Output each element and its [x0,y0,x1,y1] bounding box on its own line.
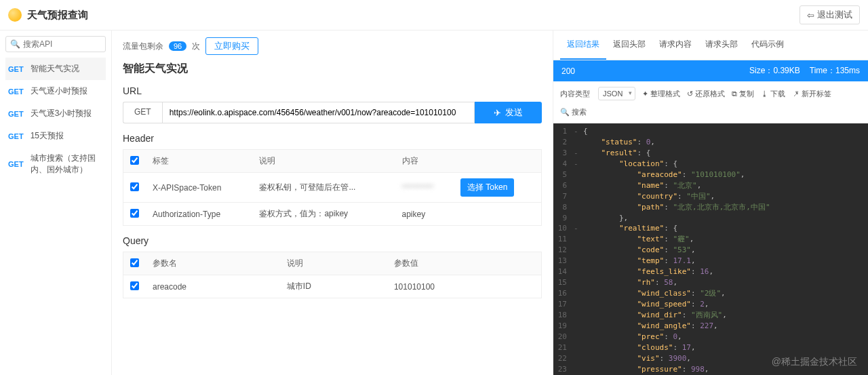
send-button[interactable]: ✈ 发送 [475,102,542,123]
restore-icon: ↺ [687,90,693,98]
response-tab-4[interactable]: 代码示例 [745,31,791,60]
buy-button[interactable]: 立即购买 [205,37,258,55]
header-table: 标签 说明 内容 X-APISpace-Token 鉴权私钥，可登陆后在管...… [123,149,542,226]
api-name: 城市搜索（支持国内、国外城市） [31,153,103,176]
search-icon: 🔍 [10,39,20,49]
response-tab-2[interactable]: 请求内容 [652,31,698,60]
url-input[interactable] [162,102,475,123]
wand-icon: ✦ [642,90,648,98]
quota-label: 流量包剩余 [123,41,163,52]
http-method[interactable]: GET [123,102,162,123]
api-name: 15天预报 [31,130,64,142]
send-icon: ✈ [494,108,501,118]
header-row: X-APISpace-Token 鉴权私钥，可登陆后在管... ********… [123,173,542,203]
response-tabs: 返回结果返回头部请求内容请求头部代码示例 [553,31,868,60]
header-check[interactable] [130,182,139,191]
query-row: areacode城市ID101010100 [123,275,542,298]
download-icon: ⭳ [761,90,768,98]
header-section-label: Header [123,133,542,144]
api-name: 天气逐3小时预报 [31,108,92,119]
search-icon: 🔍 [560,108,570,117]
api-name: 智能天气实况 [31,63,79,75]
sidebar-item-2[interactable]: GET天气逐3小时预报 [5,102,106,125]
sidebar-item-1[interactable]: GET天气逐小时预报 [5,80,106,102]
restore-button[interactable]: ↺还原格式 [687,89,725,99]
query-section-label: Query [123,235,542,246]
request-title: 智能天气实况 [123,62,542,76]
method-badge: GET [8,160,24,168]
response-tab-3[interactable]: 请求头部 [698,31,745,60]
response-panel: 返回结果返回头部请求内容请求头部代码示例 200 Size：0.39KB Tim… [553,31,868,375]
response-tab-0[interactable]: 返回结果 [560,31,606,60]
search-api-input[interactable]: 🔍 [5,36,106,52]
method-badge: GET [8,132,24,140]
watermark: @稀土掘金技术社区 [772,356,857,368]
method-badge: GET [8,65,24,73]
method-badge: GET [8,87,24,96]
app-logo-icon [8,8,22,22]
method-badge: GET [8,110,24,118]
query-table: 参数名 说明 参数值 areacode城市ID101010100 [123,252,542,298]
status-bar: 200 Size：0.39KB Time：135ms [553,60,868,81]
app-title: 天气预报查询 [27,9,88,22]
app-header: 天气预报查询 ⇦ 退出测试 [0,0,868,31]
copy-button[interactable]: ⧉复制 [732,89,754,99]
quota-suffix: 次 [192,41,200,52]
download-button[interactable]: ⭳下载 [761,89,785,99]
newtab-icon: ⭷ [792,90,800,98]
copy-icon: ⧉ [732,90,737,98]
response-tab-1[interactable]: 返回头部 [606,31,652,60]
response-time: Time：135ms [810,65,860,77]
content-type-label: 内容类型 [560,89,590,99]
sidebar-item-4[interactable]: GET城市搜索（支持国内、国外城市） [5,147,106,181]
exit-test-button[interactable]: ⇦ 退出测试 [800,5,860,24]
api-name: 天气逐小时预报 [31,85,87,97]
exit-icon: ⇦ [807,10,814,20]
header-check-all[interactable] [130,156,139,165]
content-type-select[interactable]: JSON [598,87,635,100]
sidebar-item-3[interactable]: GET15天预报 [5,125,106,147]
status-code: 200 [561,66,575,76]
request-panel: 流量包剩余 96 次 立即购买 智能天气实况 URL GET ✈ 发送 Head… [112,31,553,375]
response-toolbar: 内容类型 JSON ✦整理格式 ↺还原格式 ⧉复制 ⭳下载 ⭷新开标签 🔍搜索 [553,81,868,123]
response-size: Size：0.39KB [749,65,800,77]
query-check[interactable] [130,281,139,290]
sidebar: 🔍 GET智能天气实况GET天气逐小时预报GET天气逐3小时预报GET15天预报… [0,31,112,375]
header-check[interactable] [130,209,139,218]
search-response-button[interactable]: 🔍搜索 [560,107,587,117]
newtab-button[interactable]: ⭷新开标签 [792,89,831,99]
response-body[interactable]: 1-{2 "status": 0,3- "result": {4- "locat… [553,123,868,375]
sidebar-item-0[interactable]: GET智能天气实况 [5,58,106,80]
format-button[interactable]: ✦整理格式 [642,89,680,99]
quota-count-badge: 96 [169,41,186,51]
query-check-all[interactable] [130,258,139,267]
url-section-label: URL [123,85,542,96]
header-row: Authorization-Type 鉴权方式，值为：apikey apikey [123,203,542,226]
select-token-button[interactable]: 选择 Token [460,178,514,197]
